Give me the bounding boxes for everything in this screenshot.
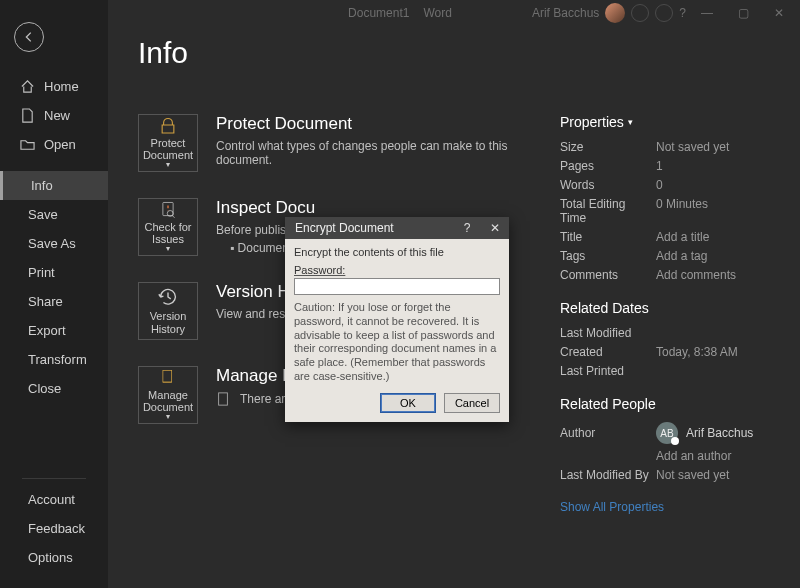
- encrypt-document-dialog: Encrypt Document ? ✕ Encrypt the content…: [285, 217, 509, 422]
- dialog-close-button[interactable]: ✕: [481, 217, 509, 239]
- dialog-titlebar[interactable]: Encrypt Document ? ✕: [285, 217, 509, 239]
- dialog-title: Encrypt Document: [295, 221, 394, 235]
- password-label: Password:: [294, 264, 500, 276]
- ok-button[interactable]: OK: [380, 393, 436, 413]
- dialog-help-button[interactable]: ?: [453, 217, 481, 239]
- dialog-intro: Encrypt the contents of this file: [294, 246, 500, 258]
- dialog-caution: Caution: If you lose or forget the passw…: [294, 301, 500, 384]
- cancel-button[interactable]: Cancel: [444, 393, 500, 413]
- password-input[interactable]: [294, 278, 500, 295]
